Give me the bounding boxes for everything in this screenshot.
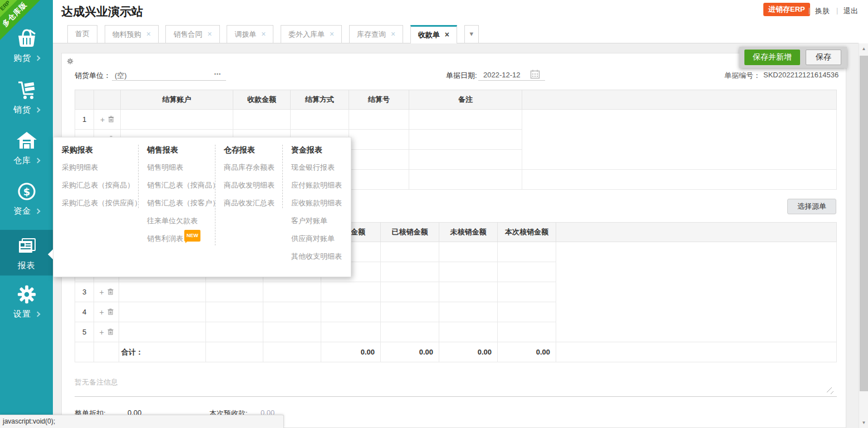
menu-item-payable-detail[interactable]: 应付账款明细表 bbox=[291, 180, 347, 190]
top-header-bar bbox=[53, 0, 868, 25]
menu-column-title: 仓存报表 bbox=[224, 145, 279, 155]
save-and-new-button[interactable]: 保存并新增 bbox=[744, 50, 800, 65]
tab-sales-contract[interactable]: 销售合同× bbox=[165, 25, 219, 43]
menu-item-sales-summary-product[interactable]: 销售汇总表（按商品） bbox=[147, 180, 212, 190]
close-icon[interactable]: × bbox=[146, 29, 151, 38]
close-icon[interactable]: × bbox=[445, 30, 449, 39]
sidebar-item-purchase[interactable]: 购货 bbox=[0, 28, 53, 75]
menu-item-sales-summary-customer[interactable]: 销售汇总表（按客户） bbox=[147, 198, 212, 208]
add-row-icon[interactable]: + bbox=[100, 115, 105, 124]
customer-more-button[interactable]: … bbox=[214, 68, 222, 76]
menu-item-stock-inout-summary[interactable]: 商品收发汇总表 bbox=[224, 198, 279, 208]
col-header-receipt-amount[interactable]: 收款金额 bbox=[233, 90, 291, 110]
menu-column-sales-reports: 销售报表 销售明细表 销售汇总表（按商品） 销售汇总表（按客户） 往来单位欠款表… bbox=[139, 145, 215, 245]
sidebar-nav: 购货 销货 仓库 $ 资金 bbox=[0, 0, 53, 428]
menu-column-title: 销售报表 bbox=[147, 145, 212, 155]
add-row-icon[interactable]: + bbox=[99, 308, 104, 317]
cart-icon bbox=[16, 80, 38, 101]
tab-outsource-inbound[interactable]: 委外入库单× bbox=[281, 25, 342, 43]
logout-link[interactable]: 退出 bbox=[844, 6, 858, 16]
sidebar-item-reports[interactable]: 报表 bbox=[0, 230, 53, 276]
menu-item-purchase-summary-product[interactable]: 采购汇总表（按商品） bbox=[62, 180, 135, 190]
close-icon[interactable]: × bbox=[330, 29, 334, 38]
change-skin-link[interactable]: 换肤 bbox=[815, 6, 830, 16]
cell-receipt-amount[interactable] bbox=[233, 110, 291, 130]
delete-row-icon[interactable] bbox=[107, 328, 114, 335]
resize-handle[interactable] bbox=[827, 387, 833, 394]
total-current-amount: 0.00 bbox=[498, 342, 556, 362]
remark-textarea[interactable]: 暂无备注信息 bbox=[75, 365, 837, 397]
tab-transfer-order[interactable]: 调拨单× bbox=[227, 25, 273, 43]
col-header-settle-account[interactable]: 结算账户 bbox=[121, 90, 233, 110]
col-header-remark[interactable]: 备注 bbox=[409, 90, 522, 110]
menu-item-purchase-summary-supplier[interactable]: 采购汇总表（按供应商） bbox=[62, 198, 135, 208]
menu-item-stock-balance[interactable]: 商品库存余额表 bbox=[224, 163, 279, 173]
page: 购货 销货 仓库 $ 资金 bbox=[0, 0, 868, 428]
scroll-down-icon[interactable]: ▼ bbox=[859, 420, 868, 425]
add-row-icon[interactable]: + bbox=[99, 288, 104, 297]
menu-item-customer-statement[interactable]: 客户对账单 bbox=[291, 216, 347, 226]
header-separator: | bbox=[836, 6, 838, 14]
sidebar-item-sales[interactable]: 销货 bbox=[0, 80, 53, 126]
reports-menu-pointer bbox=[48, 249, 53, 259]
menu-item-supplier-statement[interactable]: 供应商对账单 bbox=[291, 234, 347, 244]
cell-settle-no[interactable] bbox=[349, 110, 409, 130]
menu-item-partner-arrears[interactable]: 往来单位欠款表 bbox=[147, 216, 212, 226]
close-icon[interactable]: × bbox=[261, 29, 266, 38]
date-field-label: 单据日期: bbox=[446, 71, 477, 81]
tab-list-dropdown[interactable]: ▾ bbox=[464, 25, 479, 43]
select-source-button[interactable]: 选择源单 bbox=[787, 199, 836, 214]
menu-item-purchase-detail[interactable]: 采购明细表 bbox=[62, 163, 135, 173]
col-header-settled-amount[interactable]: 已核销金额 bbox=[381, 223, 439, 242]
tab-receipt-order[interactable]: 收款单× bbox=[410, 25, 457, 43]
sidebar-item-warehouse[interactable]: 仓库 bbox=[0, 130, 53, 177]
cell-settle-account[interactable] bbox=[121, 110, 233, 130]
menu-item-sales-detail[interactable]: 销售明细表 bbox=[147, 163, 212, 173]
delete-row-icon[interactable] bbox=[107, 308, 114, 315]
new-badge: NEW bbox=[184, 230, 200, 242]
scroll-up-icon[interactable]: ▲ bbox=[859, 46, 868, 51]
col-header-settle-no[interactable]: 结算号 bbox=[349, 90, 409, 110]
menu-column-fund-reports: 资金报表 现金银行报表 应付账款明细表 应收账款明细表 客户对账单 供应商对账单… bbox=[283, 145, 351, 262]
delete-row-icon[interactable] bbox=[107, 288, 114, 295]
tab-material-preorder[interactable]: 物料预购× bbox=[105, 25, 159, 43]
warehouse-icon bbox=[16, 130, 38, 151]
close-icon[interactable]: × bbox=[207, 29, 212, 38]
menu-column-purchase-reports: 采购报表 采购明细表 采购汇总表（按商品） 采购汇总表（按供应商） bbox=[53, 145, 139, 208]
col-header-settle-method[interactable]: 结算方式 bbox=[291, 90, 349, 110]
save-toolbar: 保存并新增 保存 bbox=[739, 47, 847, 68]
col-header-current-amount[interactable]: 本次核销金额 bbox=[498, 223, 556, 242]
erp-product-badge[interactable]: 进销存ERP bbox=[763, 3, 810, 16]
cell-settle-method[interactable] bbox=[291, 110, 349, 130]
settlement-header-row: 结算账户 收款金额 结算方式 结算号 备注 bbox=[75, 90, 837, 110]
svg-text:$: $ bbox=[23, 186, 30, 198]
chevron-right-icon bbox=[35, 312, 41, 317]
menu-column-title: 采购报表 bbox=[62, 145, 135, 155]
calendar-icon[interactable] bbox=[530, 69, 540, 79]
menu-item-cash-bank[interactable]: 现金银行报表 bbox=[291, 163, 347, 173]
sidebar-item-label: 报表 bbox=[18, 260, 36, 270]
scrollbar-thumb[interactable] bbox=[860, 56, 868, 391]
form-settings-gear-icon[interactable] bbox=[67, 58, 73, 65]
menu-item-other-inout-detail[interactable]: 其他收支明细表 bbox=[291, 252, 347, 262]
vertical-scrollbar[interactable]: ▲ ▼ bbox=[859, 43, 868, 428]
chevron-right-icon bbox=[35, 56, 41, 61]
sidebar-item-label: 资金 bbox=[13, 206, 31, 215]
delete-row-icon[interactable] bbox=[108, 116, 114, 122]
docno-field-label: 单据编号： bbox=[724, 71, 761, 81]
customer-field-underline[interactable] bbox=[112, 70, 226, 81]
col-header-unsettled-amount[interactable]: 未核销金额 bbox=[439, 223, 498, 242]
tab-home[interactable]: 首页 bbox=[67, 25, 97, 43]
menu-item-stock-inout-detail[interactable]: 商品收发明细表 bbox=[224, 180, 279, 190]
save-button[interactable]: 保存 bbox=[806, 50, 841, 65]
close-icon[interactable]: × bbox=[391, 29, 395, 38]
sidebar-item-funds[interactable]: $ 资金 bbox=[0, 181, 53, 228]
sidebar-item-settings[interactable]: 设置 bbox=[0, 284, 53, 331]
sidebar-item-label: 设置 bbox=[13, 309, 31, 318]
chevron-right-icon bbox=[35, 107, 41, 113]
menu-item-receivable-detail[interactable]: 应收账款明细表 bbox=[291, 198, 347, 208]
add-row-icon[interactable]: + bbox=[99, 328, 104, 337]
tab-stock-query[interactable]: 库存查询× bbox=[349, 25, 403, 43]
cell-remark[interactable] bbox=[409, 110, 522, 130]
menu-item-sales-profit[interactable]: 销售利润表NEW bbox=[147, 234, 212, 245]
